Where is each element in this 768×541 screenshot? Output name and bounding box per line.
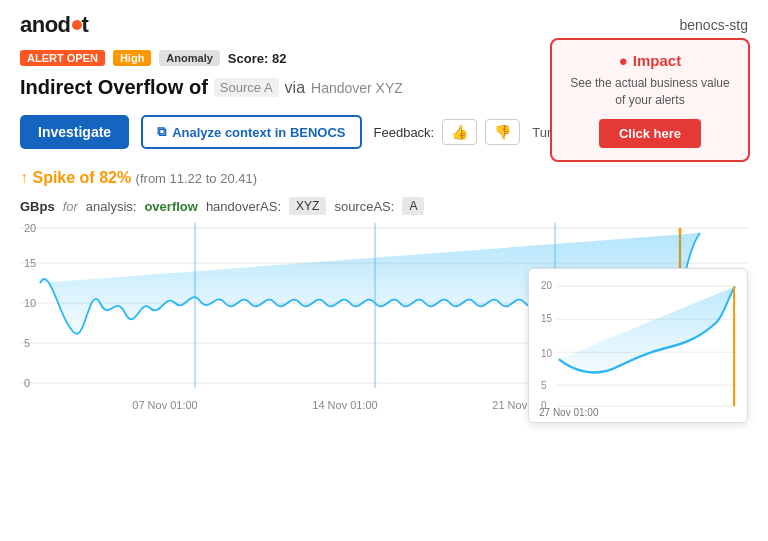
- spike-arrow: ↑: [20, 169, 28, 186]
- unit-label: GBps: [20, 199, 55, 214]
- logo-t: t: [82, 12, 89, 38]
- svg-text:20: 20: [541, 278, 552, 291]
- alert-title-prefix: Indirect Overflow of: [20, 76, 208, 99]
- impact-box: ● Impact See the actual business value o…: [550, 38, 750, 162]
- feedback-label: Feedback:: [374, 125, 435, 140]
- type-badge: Anomaly: [159, 50, 219, 66]
- analyze-label: Analyze context in BENOCS: [172, 125, 345, 140]
- svg-text:20: 20: [24, 223, 36, 234]
- spike-range: (from 11.22 to 20.41): [136, 171, 257, 186]
- logo-dot: [72, 20, 82, 30]
- handover-value: XYZ: [289, 197, 326, 215]
- click-here-button[interactable]: Click here: [599, 119, 701, 148]
- mini-chart-label: 27 Nov 01:00: [539, 407, 599, 418]
- analyze-button[interactable]: ⧉ Analyze context in BENOCS: [141, 115, 361, 149]
- instance-name: benocs-stg: [680, 17, 748, 33]
- svg-text:5: 5: [24, 337, 30, 349]
- score-text: Score: 82: [228, 51, 287, 66]
- via-label: via: [285, 79, 305, 97]
- alert-open-badge: ALERT OPEN: [20, 50, 105, 66]
- logo: anodt: [20, 12, 88, 38]
- handover-label: Handover XYZ: [311, 80, 403, 96]
- external-link-icon: ⧉: [157, 124, 166, 140]
- mini-chart: 20 15 10 5 0 27 Nov 01:00: [528, 268, 748, 423]
- for-label: for: [63, 199, 78, 214]
- handover-key: handoverAS:: [206, 199, 281, 214]
- svg-text:07 Nov 01:00: 07 Nov 01:00: [132, 399, 197, 411]
- mini-chart-svg: 20 15 10 5 0: [539, 277, 737, 418]
- logo-text: anod: [20, 12, 71, 38]
- svg-text:10: 10: [24, 297, 36, 309]
- chart-filters: GBps for analysis: overflow handoverAS: …: [0, 191, 768, 219]
- source-key: sourceAS:: [334, 199, 394, 214]
- svg-text:15: 15: [24, 257, 36, 269]
- svg-text:10: 10: [541, 346, 552, 359]
- svg-text:15: 15: [541, 311, 552, 324]
- impact-icon: ●: [619, 52, 628, 69]
- impact-title-text: Impact: [633, 52, 681, 69]
- impact-description: See the actual business value of your al…: [566, 75, 734, 109]
- severity-badge: High: [113, 50, 151, 66]
- svg-text:0: 0: [24, 377, 30, 389]
- spike-section: ↑ Spike of 82% (from 11.22 to 20.41): [0, 161, 768, 191]
- svg-text:14 Nov 01:00: 14 Nov 01:00: [312, 399, 377, 411]
- source-tag: Source A: [214, 78, 279, 97]
- impact-title: ● Impact: [566, 52, 734, 69]
- thumbs-down-button[interactable]: 👎: [485, 119, 520, 145]
- analysis-key: analysis:: [86, 199, 137, 214]
- svg-text:5: 5: [541, 378, 547, 391]
- investigate-button[interactable]: Investigate: [20, 115, 129, 149]
- spike-percentage: Spike of 82%: [32, 169, 131, 186]
- spike-title: ↑ Spike of 82% (from 11.22 to 20.41): [20, 169, 257, 186]
- feedback-area: Feedback: 👍 👎: [374, 119, 521, 145]
- chart-container: 20 15 10 5 0 07 Nov 01:00 14 Nov 01:00 2…: [20, 223, 748, 423]
- thumbs-up-button[interactable]: 👍: [442, 119, 477, 145]
- source-value: A: [402, 197, 424, 215]
- analysis-value: overflow: [144, 199, 197, 214]
